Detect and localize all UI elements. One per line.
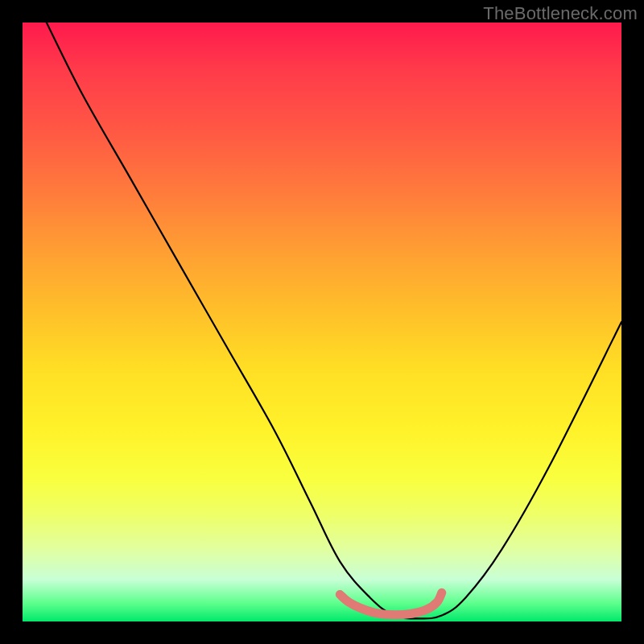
plateau-marker-band <box>340 592 442 615</box>
attribution-label: TheBottleneck.com <box>483 3 638 24</box>
chart-curve-svg <box>23 23 621 621</box>
bottleneck-curve-line <box>47 23 621 618</box>
chart-plot-area <box>23 23 621 621</box>
